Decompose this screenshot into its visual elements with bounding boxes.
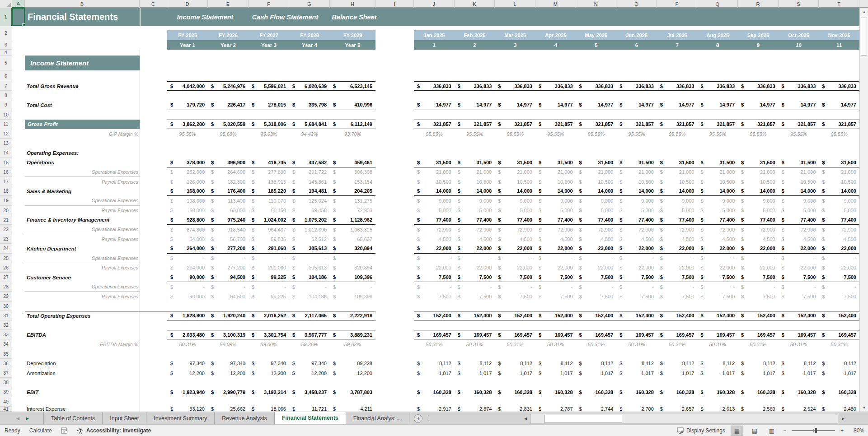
cell-Q34[interactable]: 50.31%	[697, 339, 738, 349]
cell-M41[interactable]: $2,787	[535, 407, 576, 412]
cell-P25[interactable]: $-	[657, 254, 698, 263]
cell-D21[interactable]: $928,800	[167, 215, 208, 225]
row-header-34[interactable]: 34	[0, 339, 12, 349]
cell-T36[interactable]: $8,112	[819, 359, 859, 368]
cell-F29[interactable]: $99,225	[249, 292, 289, 301]
cell-M26[interactable]: $22,000	[535, 263, 576, 273]
cell-Q15[interactable]: $31,500	[697, 158, 738, 167]
cell-N31[interactable]: $152,400	[576, 311, 617, 320]
statement-link-1[interactable]: Cash Flow Statement	[248, 8, 323, 26]
cell-G7[interactable]: $6,020,639	[289, 81, 330, 91]
cell-G27[interactable]: $104,186	[289, 273, 330, 282]
cell-T24[interactable]: $22,000	[819, 244, 859, 253]
cell-P11[interactable]: $321,857	[657, 120, 698, 129]
cell-D12[interactable]: 95.55%	[167, 129, 208, 139]
cell-J37[interactable]: $1,017	[414, 368, 455, 378]
cell-D36[interactable]: $97,340	[167, 359, 208, 368]
cell-P20[interactable]: $5,000	[657, 206, 698, 215]
cell-P39[interactable]: $160,328	[657, 387, 698, 397]
zoom-out-button[interactable]: −	[783, 427, 786, 434]
cell-Q24[interactable]: $22,000	[697, 244, 738, 253]
cell-E21[interactable]: $975,240	[208, 215, 249, 225]
cell-D24[interactable]: $264,000	[167, 244, 208, 253]
cell-K27[interactable]: $7,500	[455, 273, 495, 282]
row-header-13[interactable]: 13	[0, 139, 12, 148]
cell-E28[interactable]: $-	[208, 282, 249, 292]
cell-R24[interactable]: $22,000	[738, 244, 779, 253]
cell-L29[interactable]: $7,500	[495, 292, 535, 301]
cell-H7[interactable]: $6,523,145	[330, 81, 375, 91]
cell-S26[interactable]: $22,000	[779, 263, 819, 273]
cell-D39[interactable]: $1,923,940	[167, 387, 208, 397]
cell-N34[interactable]: 50.31%	[576, 339, 617, 349]
column-header-I[interactable]: I	[375, 0, 414, 8]
cell-Q19[interactable]: $9,000	[697, 196, 738, 205]
cell-D7[interactable]: $4,042,000	[167, 81, 208, 91]
cell-J23[interactable]: $4,500	[414, 234, 455, 244]
cell-R37[interactable]: $1,017	[738, 368, 779, 378]
cell-L12[interactable]: 95.55%	[495, 129, 535, 139]
cell-O9[interactable]: $14,977	[616, 100, 657, 110]
cell-R28[interactable]: $-	[738, 282, 779, 292]
cell-B23-label[interactable]: Payroll Expenses	[25, 234, 140, 244]
cell-R21[interactable]: $77,400	[738, 215, 779, 225]
row-header-25[interactable]: 25	[0, 254, 12, 263]
cell-T21[interactable]: $77,400	[819, 215, 859, 225]
cell-G26[interactable]: $305,613	[289, 263, 330, 273]
cell-O39[interactable]: $160,328	[616, 387, 657, 397]
cell-P26[interactable]: $22,000	[657, 263, 698, 273]
cell-S12[interactable]: 95.55%	[779, 129, 819, 139]
year-label-4[interactable]: Year 4	[289, 40, 330, 50]
month-header-Feb-2025[interactable]: Feb-2025	[455, 30, 495, 40]
cell-H25[interactable]: $-	[330, 254, 375, 263]
macro-record-icon[interactable]	[61, 427, 68, 434]
sheet-tab-table-of-contents[interactable]: Table of Contents	[43, 412, 103, 425]
cell-S21[interactable]: $77,400	[779, 215, 819, 225]
cell-E29[interactable]: $94,500	[208, 292, 249, 301]
cell-F23[interactable]: $59,535	[249, 234, 289, 244]
cell-F31[interactable]: $2,016,252	[249, 311, 289, 320]
cell-H36[interactable]: $89,228	[330, 359, 375, 368]
cell-T12[interactable]: 95.55%	[819, 129, 859, 139]
cell-P41[interactable]: $2,657	[657, 407, 698, 412]
cell-O19[interactable]: $9,000	[616, 196, 657, 205]
cell-H16[interactable]: $306,308	[330, 167, 375, 177]
cell-T31[interactable]: $152,400	[819, 311, 859, 320]
cell-D37[interactable]: $12,200	[167, 368, 208, 378]
cell-F12[interactable]: 95.03%	[249, 129, 289, 139]
month-header-Apr-2025[interactable]: Apr-2025	[535, 30, 576, 40]
cell-Q29[interactable]: $7,500	[697, 292, 738, 301]
cell-P23[interactable]: $4,500	[657, 234, 698, 244]
cell-M19[interactable]: $9,000	[535, 196, 576, 205]
cell-M28[interactable]: $-	[535, 282, 576, 292]
column-header-E[interactable]: E	[208, 0, 249, 8]
month-header-Jul-2025[interactable]: Jul-2025	[657, 30, 698, 40]
sheet-tab-input-sheet[interactable]: Input Sheet	[103, 412, 146, 425]
cell-B20-label[interactable]: Payroll Expenses	[25, 206, 140, 215]
cell-O16[interactable]: $21,000	[616, 167, 657, 177]
cell-T29[interactable]: $7,500	[819, 292, 859, 301]
cell-F20[interactable]: $66,150	[249, 206, 289, 215]
cell-O27[interactable]: $7,500	[616, 273, 657, 282]
horizontal-scroll-thumb[interactable]	[544, 415, 622, 423]
cell-B14-label[interactable]: Operating Expenses:	[25, 148, 140, 158]
cell-P15[interactable]: $31,500	[657, 158, 698, 167]
cell-D18[interactable]: $168,000	[167, 186, 208, 196]
cell-H19[interactable]: $131,275	[330, 196, 375, 205]
cell-L27[interactable]: $7,500	[495, 273, 535, 282]
month-number-6[interactable]: 6	[616, 40, 657, 50]
month-header-Nov-2025[interactable]: Nov-2025	[819, 30, 859, 40]
cell-O22[interactable]: $72,900	[616, 225, 657, 234]
cell-L25[interactable]: $-	[495, 254, 535, 263]
cell-R41[interactable]: $2,569	[738, 407, 779, 412]
cell-J28[interactable]: $-	[414, 282, 455, 292]
cell-B29-label[interactable]: Payroll Expenses	[25, 292, 140, 301]
cell-M25[interactable]: $-	[535, 254, 576, 263]
cell-J9[interactable]: $14,977	[414, 100, 455, 110]
cell-J27[interactable]: $7,500	[414, 273, 455, 282]
cell-R19[interactable]: $9,000	[738, 196, 779, 205]
cell-N17[interactable]: $10,500	[576, 177, 617, 186]
cell-E18[interactable]: $176,400	[208, 186, 249, 196]
cell-J18[interactable]: $14,000	[414, 186, 455, 196]
cell-N16[interactable]: $21,000	[576, 167, 617, 177]
